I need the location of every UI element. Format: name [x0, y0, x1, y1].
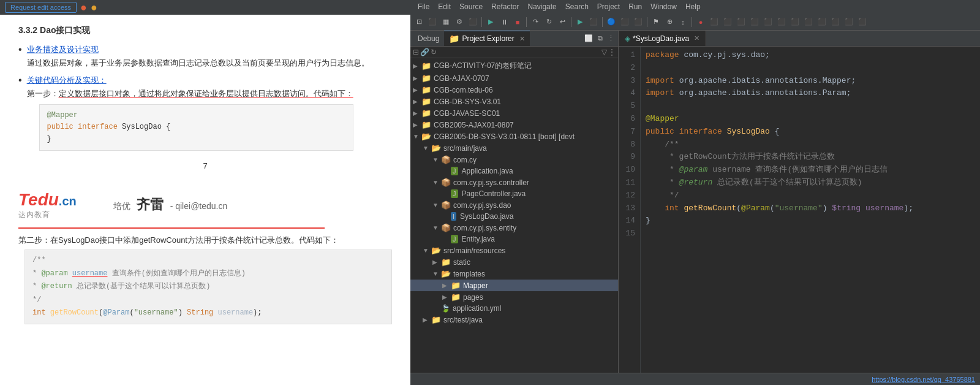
java-icon-syslogdao: I: [451, 212, 456, 221]
tree-item-templates[interactable]: ▼ 📂 templates: [410, 268, 618, 280]
tree-item-application-java[interactable]: ▶ J Application.java: [410, 166, 618, 177]
tree-item-cgb-ajax[interactable]: ▶ 📁 CGB-AJAX-0707: [410, 72, 618, 84]
editor-close-icon[interactable]: ✕: [694, 34, 699, 42]
code-text-area[interactable]: package com.cy.pj.sys.dao; import org.ap…: [641, 47, 980, 373]
explorer-tab-bar: Debug 📁 Project Explorer ✕ ⬜ ⧉ ⋮: [410, 31, 618, 47]
tree-item-static[interactable]: ▶ 📁 static: [410, 256, 618, 268]
toolbar-debug[interactable]: ▶: [484, 16, 497, 28]
maximize-icon[interactable]: ⧉: [597, 33, 604, 44]
code-comment-end: */: [32, 295, 41, 304]
tree-item-pages[interactable]: ▶ 📁 pages: [410, 291, 618, 303]
eclipse-menubar: File Edit Source Refactor Navigate Searc…: [410, 0, 980, 13]
toolbar-btn-extra10[interactable]: ⬛: [722, 16, 734, 28]
toolbar-btn-3[interactable]: ▦: [440, 16, 452, 28]
status-link[interactable]: https://blog.csdn.net/qq_43765881: [872, 376, 975, 383]
toolbar-sep-6: [692, 17, 692, 27]
toolbar-btn-extra19[interactable]: ⬛: [843, 16, 855, 28]
toolbar-btn-extra7[interactable]: ↕: [677, 16, 689, 28]
toolbar-btn-extra4[interactable]: ⬛: [632, 16, 644, 28]
menu-search[interactable]: Search: [562, 1, 592, 12]
tree-item-dao-pkg[interactable]: ▼ 📦 com.cy.pj.sys.dao: [410, 199, 618, 211]
tree-item-cgb2005-db[interactable]: ▼ 📂 CGB2005-DB-SYS-V3.01-0811 [boot] [de…: [410, 131, 618, 142]
tree-item-application-yml[interactable]: ▶ 🍃 application.yml: [410, 303, 618, 314]
tree-item-cgb-javase[interactable]: ▶ 📁 CGB-JAVASE-SC01: [410, 107, 618, 119]
tree-item-com-cy[interactable]: ▼ 📦 com.cy: [410, 154, 618, 166]
view-options-icon[interactable]: ⋮: [608, 48, 616, 56]
toolbar-pause[interactable]: ⏸: [498, 16, 510, 28]
menu-source[interactable]: Source: [456, 1, 486, 12]
minimize-icon[interactable]: ⬜: [583, 33, 594, 44]
project-explorer-tab[interactable]: 📁 Project Explorer ✕: [444, 31, 529, 46]
debug-tab[interactable]: Debug: [413, 31, 444, 46]
toolbar-btn-extra20[interactable]: ⬛: [856, 16, 869, 28]
tree-item-cgb-com[interactable]: ▶ 📁 CGB-com.tedu-06: [410, 84, 618, 96]
menu-help[interactable]: Help: [682, 1, 704, 12]
request-edit-button[interactable]: Request edit access: [5, 2, 77, 13]
package-icon-com-cy: 📦: [441, 155, 451, 164]
toolbar-btn-extra2[interactable]: 🔵: [605, 16, 617, 28]
filter-icon[interactable]: ▽: [601, 48, 607, 56]
bullet1-link[interactable]: 业务描述及设计实现: [27, 45, 99, 54]
toolbar-btn-extra14[interactable]: ⬛: [775, 16, 788, 28]
link-with-editor-icon[interactable]: 🔗: [420, 48, 429, 56]
toolbar-btn-1[interactable]: ⊡: [413, 16, 425, 28]
menu-edit[interactable]: Edit: [434, 1, 454, 12]
editor-tab-syslogdao[interactable]: ◈ *SysLogDao.java ✕: [619, 31, 706, 46]
java-icon-page-ctrl: J: [451, 189, 458, 198]
sync-icon[interactable]: ↻: [431, 48, 437, 56]
toolbar-btn-extra1[interactable]: ⬛: [587, 16, 600, 28]
tree-item-src-test[interactable]: ▶ 📁 src/test/java: [410, 314, 618, 326]
menu-run[interactable]: Run: [625, 1, 646, 12]
toolbar-btn-extra15[interactable]: ⬛: [789, 16, 801, 28]
tree-item-controller-pkg[interactable]: ▼ 📦 com.cy.pj.sys.controller: [410, 177, 618, 188]
tree-item-src-main-resources[interactable]: ▼ 📂 src/main/resources: [410, 245, 618, 256]
menu-refactor[interactable]: Refactor: [488, 1, 522, 12]
toolbar-step-return[interactable]: ↩: [556, 16, 568, 28]
toolbar-btn-2[interactable]: ⬛: [426, 16, 439, 28]
bullet2-link[interactable]: 关键代码分析及实现：: [27, 75, 107, 85]
tree-item-cgb-db[interactable]: ▶ 📁 CGB-DB-SYS-V3.01: [410, 96, 618, 107]
code-classname: SysLogDao {: [122, 123, 170, 131]
tree-item-page-controller[interactable]: ▶ J PageController.java: [410, 188, 618, 199]
folder-icon-activity: 📁: [421, 61, 431, 71]
bullet-2: • 关键代码分析及实现： 第一步：定义数据层接口对象，通过将此对象保证给业务层以…: [18, 74, 392, 154]
toolbar-btn-4[interactable]: ⚙: [453, 16, 466, 28]
toolbar-btn-extra8[interactable]: ●: [695, 16, 707, 28]
toolbar-stop[interactable]: ■: [511, 16, 524, 28]
toolbar-btn-extra18[interactable]: ⬛: [829, 16, 842, 28]
tree-item-src-main-java[interactable]: ▼ 📂 src/main/java: [410, 142, 618, 154]
tedu-logo: Tedu.cn 达内教育: [18, 190, 77, 220]
toolbar-btn-extra9[interactable]: ⬛: [708, 16, 720, 28]
toolbar-btn-extra6[interactable]: ⊕: [663, 16, 676, 28]
toolbar-btn-5[interactable]: ⬛: [467, 16, 479, 28]
menu-file[interactable]: File: [414, 1, 433, 12]
toolbar-btn-extra17[interactable]: ⬛: [816, 16, 828, 28]
explorer-close-icon[interactable]: ✕: [519, 35, 525, 43]
toolbar-btn-run[interactable]: ▶: [574, 16, 586, 28]
project-tree[interactable]: ▶ 📁 CGB-ACTIVITY-07的老师笔记 ▶ 📁 CGB-AJAX-07…: [410, 58, 618, 373]
toolbar-btn-extra11[interactable]: ⬛: [735, 16, 747, 28]
tree-item-entity-pkg[interactable]: ▼ 📦 com.cy.pj.sys.entity: [410, 222, 618, 234]
toolbar-btn-extra5[interactable]: ⚑: [650, 16, 662, 28]
tree-item-cgb2005-ajax[interactable]: ▶ 📁 CGB2005-AJAX01-0807: [410, 119, 618, 131]
bullet-1: • 业务描述及设计实现 通过数据层对象，基于业务层参数数据查询日志记录总数以及当…: [18, 43, 392, 70]
code-comment-return: * @return 总记录数(基于这个结果可以计算总页数): [32, 282, 210, 291]
view-menu-icon[interactable]: ⋮: [606, 33, 616, 44]
tree-item-syslogdao-java[interactable]: ▶ I SysLogDao.java: [410, 211, 618, 222]
menu-navigate[interactable]: Navigate: [524, 1, 560, 12]
tree-item-entity-java[interactable]: ▶ J Entity.java: [410, 234, 618, 245]
toolbar-btn-extra12[interactable]: ⬛: [748, 16, 761, 28]
toolbar-btn-extra3[interactable]: ⬛: [619, 16, 631, 28]
menu-project[interactable]: Project: [594, 1, 624, 12]
toolbar-btn-extra16[interactable]: ⬛: [802, 16, 815, 28]
menu-window[interactable]: Window: [647, 1, 680, 12]
code-editor-panel: ◈ *SysLogDao.java ✕ 1 2 3 4 5 6 7 8 9 10: [619, 31, 980, 373]
editor-area[interactable]: 1 2 3 4 5 6 7 8 9 10 11 12 13 14 15 pack…: [619, 47, 980, 373]
toolbar-step-over[interactable]: ↻: [543, 16, 555, 28]
tree-item-mapper[interactable]: ▶ 📁 Mapper: [410, 280, 618, 291]
toolbar-step-into[interactable]: ↷: [529, 16, 541, 28]
folder-icon-db: 📁: [421, 97, 431, 106]
toolbar-btn-extra13[interactable]: ⬛: [762, 16, 774, 28]
collapse-all-icon[interactable]: ⊟: [413, 48, 419, 56]
tree-item-cgb-activity[interactable]: ▶ 📁 CGB-ACTIVITY-07的老师笔记: [410, 59, 618, 72]
